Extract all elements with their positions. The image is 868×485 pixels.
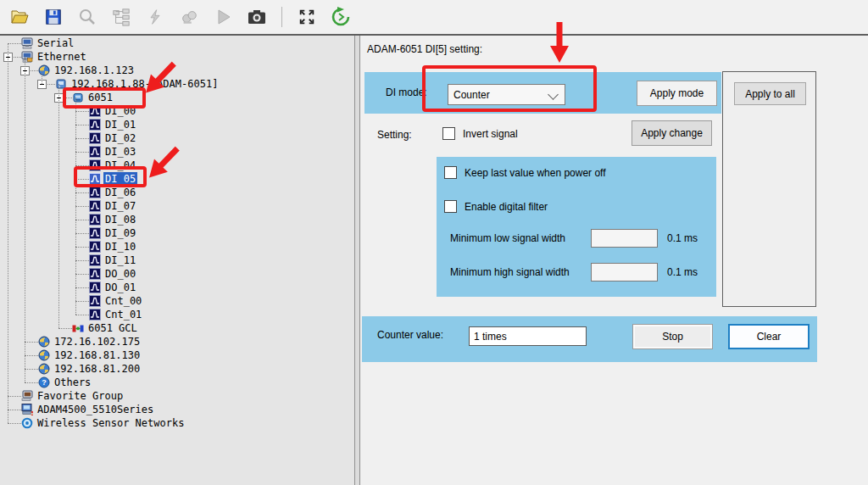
globe-icon (38, 64, 50, 76)
tree-item-label[interactable]: Wireless Sensor Networks (36, 416, 186, 430)
open-icon[interactable] (8, 6, 31, 28)
tree-item-di-11[interactable]: DI_11 (0, 254, 354, 267)
tree-item-label[interactable]: DI_01 (103, 118, 137, 131)
tree-item-label[interactable]: 192.168.81.200 (53, 362, 142, 376)
tree-item-di-07[interactable]: DI_07 (0, 199, 354, 213)
tree-item-label[interactable]: DI_06 (103, 186, 137, 199)
tree-item-6051[interactable]: 6051 (0, 91, 354, 104)
tree-item-wireless-sensor-networks[interactable]: Wireless Sensor Networks (0, 416, 354, 430)
tree-item-label[interactable]: 6051 GCL (86, 321, 139, 335)
apply-mode-button[interactable]: Apply mode (637, 81, 717, 106)
keep-last-value-checkbox[interactable] (444, 166, 457, 179)
tree-item-label[interactable]: 192.168.1.88-[ADAM-6051] (70, 77, 220, 91)
tree-item-192-168-1-123[interactable]: 192.168.1.123 (0, 64, 354, 77)
enable-digital-filter-checkbox[interactable] (444, 200, 457, 213)
refresh-icon[interactable] (330, 6, 352, 28)
tree-item-label[interactable]: DI_09 (103, 226, 137, 240)
tree-item-label[interactable]: DI_03 (103, 145, 137, 159)
camera-icon[interactable] (246, 6, 268, 28)
tree-item-ethernet[interactable]: Ethernet (0, 50, 354, 64)
tree-item-label[interactable]: DO_00 (103, 267, 137, 281)
globe-icon (38, 336, 50, 348)
tree-item-di-04[interactable]: DI_04 (0, 159, 354, 172)
tree-connector-trunk (58, 84, 60, 328)
tree-connector-line (25, 382, 38, 384)
invert-signal-checkbox[interactable] (442, 127, 455, 140)
tree-item-adam4500-5510series[interactable]: 5ADAM4500_5510Series (0, 403, 354, 416)
tree-item-di-05[interactable]: DI_05 (0, 172, 354, 186)
tree-item-di-03[interactable]: DI_03 (0, 145, 354, 159)
lightning-icon[interactable] (144, 6, 166, 28)
tree-item-label[interactable]: DI_10 (103, 240, 137, 254)
tree-item-cnt-01[interactable]: Cnt_01 (0, 308, 354, 321)
tree-connector-line (75, 125, 89, 126)
tree-item-di-10[interactable]: DI_10 (0, 240, 354, 254)
tree-item-others[interactable]: ?Others (0, 376, 354, 389)
di-channel-icon (89, 241, 101, 253)
min-low-width-input[interactable] (591, 229, 658, 248)
tree-connector-line (75, 287, 89, 289)
toolbar (0, 0, 868, 34)
tree-item-do-00[interactable]: DO_00 (0, 267, 354, 281)
tree-item-label[interactable]: DI_11 (103, 254, 137, 267)
tree-connector-trunk (42, 70, 43, 84)
tree-item-label[interactable]: Cnt_01 (103, 308, 143, 321)
tree-item-192-168-81-130[interactable]: 192.168.81.130 (0, 348, 354, 362)
panel-splitter[interactable] (354, 36, 360, 485)
tree-connector-line (75, 301, 89, 303)
terminal-icon[interactable] (178, 6, 200, 28)
tree-item-label[interactable]: DO_01 (103, 281, 137, 294)
tree-item-label[interactable]: 172.16.102.175 (53, 335, 142, 348)
tree-item-label[interactable]: DI_02 (103, 131, 137, 145)
di-mode-select[interactable]: Counter (448, 84, 565, 105)
page-title: ADAM-6051 DI[5] setting: (367, 43, 482, 55)
save-icon[interactable] (42, 6, 64, 28)
tree-item-di-00[interactable]: DI_00 (0, 104, 354, 118)
tree-item-6051-gcl[interactable]: 6051 GCL (0, 321, 354, 335)
counter-value-input[interactable] (469, 326, 587, 346)
di-channel-icon (89, 295, 101, 307)
tree-item-172-16-102-175[interactable]: 172.16.102.175 (0, 335, 354, 348)
adam-utility-window: SerialEthernet192.168.1.123192.168.1.88-… (0, 0, 868, 485)
tree-item-cnt-00[interactable]: Cnt_00 (0, 294, 354, 308)
tree-item-label[interactable]: Ethernet (36, 50, 88, 64)
counter-value-row: Counter value: Stop Clear (362, 316, 817, 362)
tree-item-label[interactable]: DI_08 (103, 213, 137, 226)
tree-item-label[interactable]: 6051 (86, 91, 114, 104)
tree-item-label[interactable]: 192.168.81.130 (53, 348, 142, 362)
tree-item-serial[interactable]: Serial (0, 36, 354, 50)
tree-item-192-168-81-200[interactable]: 192.168.81.200 (0, 362, 354, 376)
tree-item-label[interactable]: DI_00 (103, 104, 137, 118)
di-channel-icon (89, 187, 101, 198)
search-icon[interactable] (76, 6, 98, 28)
tree-item-favorite-group[interactable]: Favorite Group (0, 389, 354, 403)
tree-item-label[interactable]: DI_05 (103, 172, 137, 186)
tree-item-di-02[interactable]: DI_02 (0, 131, 354, 145)
stop-button[interactable]: Stop (632, 324, 713, 349)
tree-item-label[interactable]: Favorite Group (36, 389, 125, 403)
tree-item-label[interactable]: Others (53, 376, 92, 389)
toolbar-separator (281, 7, 282, 27)
play-icon[interactable] (212, 6, 234, 28)
topology-icon[interactable] (110, 6, 132, 28)
tree-item-192-168-1-88-adam-6051[interactable]: 192.168.1.88-[ADAM-6051] (0, 77, 354, 91)
tree-item-di-09[interactable]: DI_09 (0, 226, 354, 240)
apply-change-button[interactable]: Apply change (632, 120, 712, 146)
di-channel-icon (89, 119, 101, 131)
tree-item-di-06[interactable]: DI_06 (0, 186, 354, 199)
tree-item-label[interactable]: Cnt_00 (103, 294, 143, 308)
apply-to-all-button[interactable]: Apply to all (734, 82, 806, 105)
clear-button[interactable]: Clear (728, 324, 810, 349)
tree-item-label[interactable]: Serial (36, 36, 75, 50)
tree-item-label[interactable]: 192.168.1.123 (53, 64, 136, 77)
tree-item-di-08[interactable]: DI_08 (0, 213, 354, 226)
min-high-width-input[interactable] (591, 263, 658, 282)
svg-text:5: 5 (31, 410, 34, 415)
tree-item-label[interactable]: DI_04 (103, 159, 137, 172)
tree-item-do-01[interactable]: DO_01 (0, 281, 354, 294)
tree-connector-line (75, 206, 89, 208)
tree-item-di-01[interactable]: DI_01 (0, 118, 354, 131)
tree-item-label[interactable]: DI_07 (103, 199, 137, 213)
fullscreen-icon[interactable] (296, 6, 318, 28)
tree-item-label[interactable]: ADAM4500_5510Series (36, 403, 155, 416)
